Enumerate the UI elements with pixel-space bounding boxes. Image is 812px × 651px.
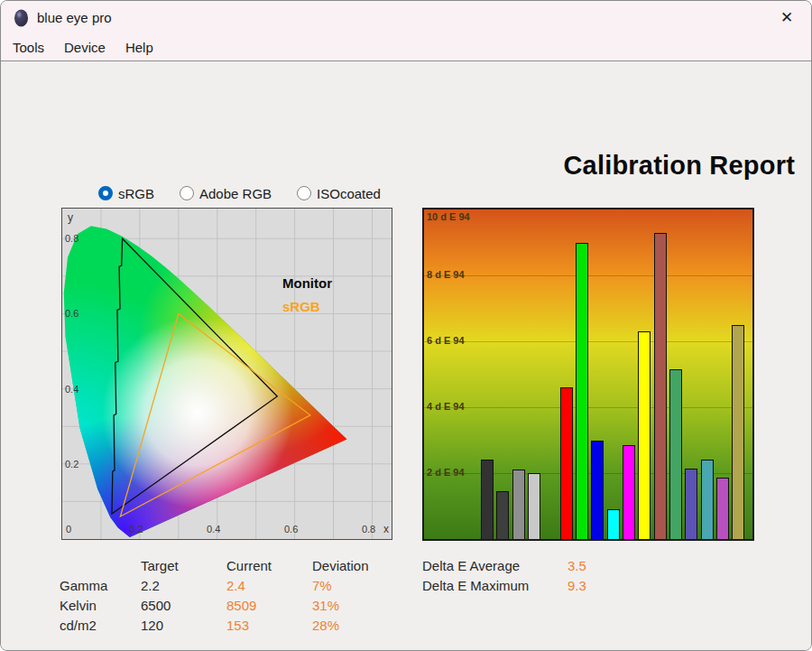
page-title: Calibration Report	[513, 151, 795, 181]
delta-e-bar-2	[496, 491, 509, 539]
y-axis-label: y	[68, 211, 73, 224]
delta-e-chart: 10 d E 948 d E 946 d E 944 d E 942 d E 9…	[422, 208, 754, 541]
close-button[interactable]: ✕	[768, 4, 806, 31]
legend-monitor-label: Monitor	[282, 275, 332, 291]
delta-e-average-value: 3.5	[567, 558, 640, 573]
target-value: 2.2	[141, 578, 226, 593]
radio-unselected-icon	[297, 186, 311, 200]
col-header-deviation: Deviation	[312, 558, 411, 573]
target-value: 6500	[141, 598, 226, 613]
x-axis-tick: 0.6	[284, 524, 298, 535]
deviation-value: 7%	[312, 578, 411, 593]
y-axis-tick: 0.6	[65, 308, 78, 319]
content-area: Calibration Report sRGBAdobe RGBISOcoate…	[1, 62, 811, 651]
delta-e-average-label: Delta E Average	[422, 558, 567, 573]
menu-item-help[interactable]: Help	[125, 37, 154, 58]
row-label: Kelvin	[60, 598, 141, 613]
delta-e-maximum-label: Delta E Maximum	[422, 578, 567, 593]
delta-e-bar-14	[701, 460, 714, 539]
radio-option-adobe-rgb[interactable]: Adobe RGB	[180, 186, 272, 201]
delta-e-bar-12	[669, 369, 682, 539]
bar-axis-tick: 10 d E 94	[427, 211, 470, 222]
legend-srgb-label: sRGB	[282, 299, 320, 314]
delta-e-bar-13	[685, 469, 697, 539]
bar-axis-tick: 6 d E 94	[427, 335, 465, 346]
radio-label: Adobe RGB	[199, 186, 272, 201]
x-axis-tick: 0.4	[207, 524, 220, 535]
title-bar: blue eye pro ✕	[1, 1, 811, 34]
delta-e-bar-11	[654, 233, 667, 539]
delta-e-bar-7	[591, 441, 604, 540]
row-label: Gamma	[60, 578, 141, 593]
current-value: 8509	[226, 598, 312, 613]
delta-e-bar-8	[607, 509, 620, 539]
window-title: blue eye pro	[37, 10, 112, 25]
deviation-value: 31%	[312, 598, 411, 613]
window-header: blue eye pro ✕ ToolsDeviceHelp	[1, 1, 811, 61]
cie-horseshoe	[62, 209, 392, 539]
deviation-value: 28%	[312, 618, 411, 633]
y-axis-tick: 0.8	[65, 233, 78, 244]
col-header-current: Current	[226, 558, 312, 573]
delta-e-bar-5	[560, 387, 573, 539]
delta-e-bar-3	[512, 470, 525, 539]
row-label: cd/m2	[60, 618, 141, 633]
delta-e-bar-10	[638, 331, 651, 539]
delta-e-bar-16	[732, 325, 744, 539]
bar-axis-tick: 8 d E 94	[427, 269, 465, 280]
delta-e-summary: Delta E Average 3.5 Delta E Maximum 9.3	[422, 555, 640, 595]
radio-label: sRGB	[118, 186, 154, 201]
current-value: 153	[226, 618, 312, 633]
delta-e-bar-1	[481, 460, 494, 539]
radio-label: ISOcoated	[317, 186, 381, 201]
radio-option-isocoated[interactable]: ISOcoated	[297, 186, 381, 201]
menu-item-tools[interactable]: Tools	[12, 37, 45, 58]
radio-unselected-icon	[180, 186, 194, 200]
x-axis-tick: 0.2	[129, 524, 143, 535]
target-value: 120	[141, 618, 226, 633]
delta-e-maximum-value: 9.3	[567, 578, 640, 593]
bar-gridline	[424, 341, 752, 342]
gamut-radio-group: sRGBAdobe RGBISOcoated	[98, 184, 406, 202]
x-axis-tick: 0	[66, 524, 71, 535]
current-value: 2.4	[226, 578, 312, 593]
measurement-table: TargetCurrentDeviationGamma2.22.47%Kelvi…	[60, 555, 411, 635]
delta-e-bar-15	[716, 478, 729, 539]
cie-diagram: 00.20.40.60.80.20.40.60.8yxMonitorsRGB	[61, 208, 392, 540]
bar-gridline	[424, 275, 752, 276]
menu-item-device[interactable]: Device	[63, 37, 106, 58]
app-window: blue eye pro ✕ ToolsDeviceHelp Calibrati…	[0, 0, 812, 651]
bar-axis-tick: 4 d E 94	[427, 401, 465, 412]
menu-bar: ToolsDeviceHelp	[1, 34, 811, 60]
y-axis-tick: 0.2	[65, 459, 78, 470]
x-axis-tick: 0.8	[362, 524, 375, 535]
delta-e-bar-4	[528, 473, 540, 539]
app-icon	[14, 8, 29, 27]
delta-e-bar-6	[576, 243, 588, 540]
delta-e-bar-9	[623, 445, 635, 539]
x-axis-label: x	[383, 523, 389, 535]
bar-gridline	[424, 407, 752, 408]
radio-option-srgb[interactable]: sRGB	[98, 186, 154, 201]
col-header-target: Target	[141, 558, 226, 573]
bar-axis-tick: 2 d E 94	[427, 467, 465, 478]
radio-selected-icon	[98, 186, 113, 200]
y-axis-tick: 0.4	[65, 384, 78, 395]
